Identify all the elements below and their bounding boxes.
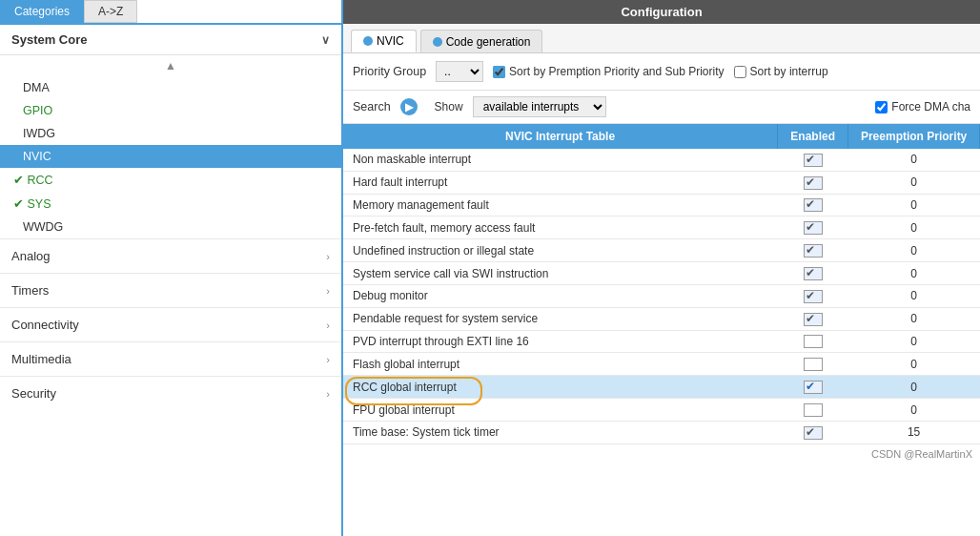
watermark: CSDN @RealMartinX: [343, 444, 980, 464]
col-header-enabled: Enabled: [778, 124, 848, 149]
rcc-highlight: RCC global interrupt: [353, 381, 457, 394]
sidebar-section-multimedia[interactable]: Multimedia ›: [0, 341, 341, 376]
preemption-value: 0: [848, 353, 980, 376]
tab-code-generation[interactable]: Code generation: [420, 30, 543, 52]
enabled-checkbox-cell[interactable]: [778, 284, 848, 307]
tab-nvic[interactable]: NVIC: [351, 30, 417, 52]
sidebar-item-sys[interactable]: SYS: [0, 192, 341, 216]
show-select[interactable]: available interrupts all interrupts: [473, 96, 606, 117]
enabled-checkbox-cell[interactable]: [778, 171, 848, 194]
sidebar-section-analog[interactable]: Analog ›: [0, 238, 341, 273]
show-label: Show: [435, 100, 463, 113]
preemption-value: 0: [848, 307, 980, 330]
preemption-value: 0: [848, 216, 980, 239]
enabled-checkbox-cell[interactable]: [778, 376, 848, 399]
tab-az[interactable]: A->Z: [84, 0, 137, 23]
sort-preemption-checkbox[interactable]: [493, 66, 505, 78]
sidebar-tab-bar: Categories A->Z: [0, 0, 341, 25]
table-row[interactable]: Time base: System tick timer15: [343, 421, 980, 443]
preemption-value: 0: [848, 194, 980, 216]
interrupt-table-container: NVIC Interrupt Table Enabled Preemption …: [343, 124, 980, 536]
interrupt-table: NVIC Interrupt Table Enabled Preemption …: [343, 124, 980, 444]
table-row[interactable]: Hard fault interrupt0: [343, 171, 980, 194]
enabled-checkbox-cell[interactable]: [778, 239, 848, 262]
sort-interrupt-checkbox[interactable]: [734, 66, 746, 78]
table-row[interactable]: Pendable request for system service0: [343, 307, 980, 330]
preemption-value: 0: [848, 239, 980, 262]
preemption-value: 0: [848, 376, 980, 399]
sidebar-section-connectivity[interactable]: Connectivity ›: [0, 307, 341, 341]
chevron-right-icon: ›: [326, 285, 330, 297]
table-row[interactable]: System service call via SWI instruction0: [343, 262, 980, 285]
config-toolbar: Priority Group .. Sort by Premption Prio…: [343, 53, 980, 91]
table-row[interactable]: PVD interrupt through EXTI line 160: [343, 330, 980, 353]
table-row[interactable]: Non maskable interrupt0: [343, 149, 980, 171]
table-row[interactable]: Debug monitor0: [343, 284, 980, 307]
table-row[interactable]: RCC global interrupt0: [343, 376, 980, 399]
codegen-dot-icon: [433, 37, 442, 47]
enabled-checkbox-cell[interactable]: [778, 149, 848, 171]
config-tab-bar: NVIC Code generation: [343, 24, 980, 53]
enabled-checkbox-cell[interactable]: [778, 399, 848, 422]
tab-categories[interactable]: Categories: [0, 0, 84, 23]
sidebar-content: System Core ∨ ▲ DMA GPIO IWDG NVIC RCC: [0, 25, 341, 536]
chevron-right-icon: ›: [326, 354, 330, 365]
search-label: Search: [353, 100, 391, 113]
table-row[interactable]: Flash global interrupt0: [343, 353, 980, 376]
enabled-checkbox-cell[interactable]: [778, 330, 848, 353]
chevron-down-icon: ∨: [321, 33, 330, 47]
enabled-checkbox-cell[interactable]: [778, 262, 848, 285]
sort-interrupt-checkbox-label[interactable]: Sort by interrup: [734, 65, 828, 78]
preemption-value: 0: [848, 284, 980, 307]
right-panel: Configuration NVIC Code generation Prior…: [343, 0, 980, 536]
preemption-value: 0: [848, 171, 980, 194]
priority-group-label: Priority Group: [353, 65, 426, 78]
preemption-value: 0: [848, 399, 980, 422]
sidebar-item-iwdg[interactable]: IWDG: [0, 122, 341, 145]
enabled-checkbox-cell[interactable]: [778, 307, 848, 330]
sidebar-section-timers[interactable]: Timers ›: [0, 273, 341, 307]
sort-icon: ▲: [0, 55, 341, 76]
system-core-section[interactable]: System Core ∨: [0, 25, 341, 55]
col-header-interrupt: NVIC Interrupt Table: [343, 124, 778, 149]
table-row[interactable]: Undefined instruction or illegal state0: [343, 239, 980, 262]
sidebar-item-dma[interactable]: DMA: [0, 76, 341, 99]
preemption-value: 0: [848, 330, 980, 353]
sidebar-item-nvic[interactable]: NVIC: [0, 145, 341, 168]
chevron-right-icon: ›: [326, 251, 330, 262]
force-dma-checkbox[interactable]: [875, 101, 888, 113]
sidebar-section-security[interactable]: Security ›: [0, 376, 341, 410]
col-header-preemption: Preemption Priority: [848, 124, 980, 149]
chevron-right-icon: ›: [326, 388, 330, 400]
table-row[interactable]: FPU global interrupt0: [343, 399, 980, 422]
sidebar-item-rcc[interactable]: RCC: [0, 168, 341, 192]
preemption-value: 0: [848, 149, 980, 171]
config-header: Configuration: [343, 0, 980, 24]
enabled-checkbox-cell[interactable]: [778, 353, 848, 376]
force-dma-label[interactable]: Force DMA cha: [875, 100, 970, 113]
search-info-icon[interactable]: ▶: [400, 98, 418, 115]
nvic-dot-icon: [363, 36, 373, 46]
search-row: Search ▶ Show available interrupts all i…: [343, 91, 980, 124]
sidebar-item-gpio[interactable]: GPIO: [0, 99, 341, 122]
priority-group-select[interactable]: ..: [436, 61, 483, 82]
table-row[interactable]: Pre-fetch fault, memory access fault0: [343, 216, 980, 239]
enabled-checkbox-cell[interactable]: [778, 421, 848, 443]
preemption-value: 15: [848, 421, 980, 443]
enabled-checkbox-cell[interactable]: [778, 216, 848, 239]
chevron-right-icon: ›: [326, 320, 330, 331]
sidebar: Categories A->Z System Core ∨ ▲ DMA GPIO…: [0, 0, 343, 536]
table-row[interactable]: Memory management fault0: [343, 194, 980, 216]
preemption-value: 0: [848, 262, 980, 285]
system-core-label: System Core: [11, 32, 87, 47]
sidebar-item-wwdg[interactable]: WWDG: [0, 216, 341, 238]
sort-preemption-checkbox-label[interactable]: Sort by Premption Priority and Sub Prior…: [493, 65, 724, 78]
enabled-checkbox-cell[interactable]: [778, 194, 848, 216]
